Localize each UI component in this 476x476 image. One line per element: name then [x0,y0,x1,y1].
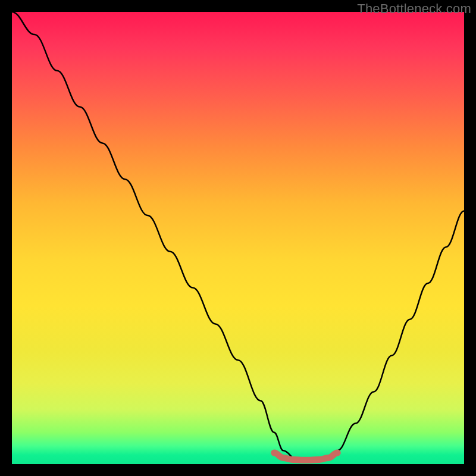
site-watermark: TheBottleneck.com [357,1,471,17]
plot-area [12,12,464,464]
chart-frame: TheBottleneck.com [0,0,476,476]
bottleneck-curve [12,12,464,464]
